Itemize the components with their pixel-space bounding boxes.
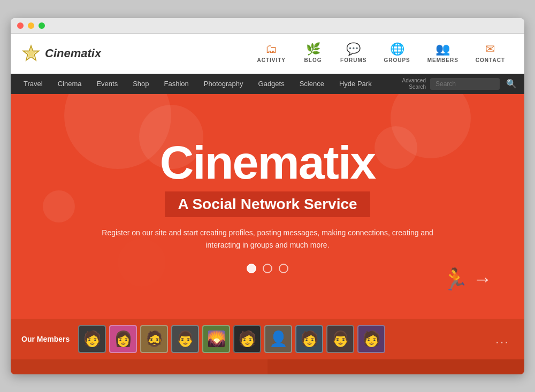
- members-more-button[interactable]: ...: [491, 332, 514, 347]
- member-avatar-6[interactable]: 🧑: [233, 325, 261, 353]
- member-avatar-2[interactable]: 👩: [109, 325, 137, 353]
- member-avatar-4[interactable]: 👨: [171, 325, 199, 353]
- members-strip: Our Members 🧑 👩 🧔 👨 🌄 🧑 👤 🧑 👨 🧑 ...: [11, 319, 524, 359]
- hero-subtitle-box: A Social Network Service: [165, 191, 370, 217]
- logo-text: Cinematix: [45, 47, 101, 60]
- blog-icon: 🌿: [306, 43, 320, 55]
- nav-shop[interactable]: Shop: [125, 74, 156, 94]
- member-avatar-7[interactable]: 👤: [264, 325, 292, 353]
- search-button[interactable]: 🔍: [504, 78, 519, 90]
- nav-gadgets[interactable]: Gadgets: [251, 74, 292, 94]
- dot-green[interactable]: [39, 22, 45, 29]
- hero-dot-1[interactable]: [247, 264, 256, 273]
- secondary-nav: Travel Cinema Events Shop Fashion Photog…: [11, 74, 524, 94]
- nav-members[interactable]: 👥 MEMBERS: [419, 39, 467, 67]
- nav-groups[interactable]: 🌐 GROUPS: [375, 39, 418, 67]
- nav-blog[interactable]: 🌿 BLOG: [294, 39, 332, 67]
- search-input[interactable]: [430, 78, 500, 90]
- members-label: MEMBERS: [427, 57, 458, 63]
- arrow-icon: →: [473, 268, 492, 290]
- footer-bar-right: [268, 359, 524, 374]
- groups-label: GROUPS: [384, 57, 410, 63]
- hero-title: Cinematix: [160, 139, 376, 186]
- nav-science[interactable]: Science: [292, 74, 332, 94]
- contact-icon: ✉: [485, 43, 495, 55]
- members-icon: 👥: [435, 43, 450, 55]
- member-avatar-9[interactable]: 👨: [326, 325, 354, 353]
- top-nav: 🗂 ACTIVITY 🌿 BLOG 💬 FORUMS 🌐 GROUPS 👥 ME…: [139, 39, 514, 67]
- sec-nav-items: Travel Cinema Events Shop Fashion Photog…: [16, 74, 402, 94]
- advanced-search-label[interactable]: AdvancedSearch: [402, 78, 426, 90]
- hero-description: Register on our site and start creating …: [102, 227, 433, 251]
- hero-dot-3[interactable]: [279, 264, 288, 273]
- members-section-label: Our Members: [21, 335, 70, 343]
- site-header: Cinematix 🗂 ACTIVITY 🌿 BLOG 💬 FORUMS 🌐 G…: [11, 34, 524, 74]
- activity-label: ACTIVITY: [257, 57, 286, 63]
- member-avatar-5[interactable]: 🌄: [202, 325, 230, 353]
- logo-area: Cinematix: [21, 44, 139, 63]
- run-icon: 🏃: [442, 267, 469, 292]
- nav-cinema[interactable]: Cinema: [50, 74, 89, 94]
- hero-dot-2[interactable]: [263, 264, 272, 273]
- dot-red[interactable]: [17, 22, 24, 29]
- hero-subtitle: A Social Network Service: [178, 196, 357, 213]
- hero-section: Cinematix A Social Network Service Regis…: [11, 94, 524, 319]
- blog-label: BLOG: [304, 57, 322, 63]
- nav-hydepark[interactable]: Hyde Park: [332, 74, 379, 94]
- hero-arrow[interactable]: 🏃 →: [442, 267, 492, 292]
- forums-label: FORUMS: [340, 57, 366, 63]
- member-avatar-1[interactable]: 🧑: [78, 325, 106, 353]
- activity-icon: 🗂: [265, 43, 277, 55]
- nav-fashion[interactable]: Fashion: [157, 74, 196, 94]
- member-avatar-8[interactable]: 🧑: [295, 325, 323, 353]
- nav-contact[interactable]: ✉ CONTACT: [467, 39, 514, 67]
- footer-bar: [11, 359, 524, 374]
- member-avatar-10[interactable]: 🧑: [357, 325, 385, 353]
- sec-nav-right: AdvancedSearch 🔍: [402, 78, 519, 90]
- footer-bar-left: [11, 359, 268, 374]
- forums-icon: 💬: [346, 43, 361, 55]
- contact-label: CONTACT: [476, 57, 505, 63]
- nav-forums[interactable]: 💬 FORUMS: [332, 39, 375, 67]
- member-avatar-3[interactable]: 🧔: [140, 325, 168, 353]
- groups-icon: 🌐: [390, 43, 404, 55]
- browser-chrome: [11, 18, 524, 34]
- nav-events[interactable]: Events: [89, 74, 125, 94]
- browser-window: Cinematix 🗂 ACTIVITY 🌿 BLOG 💬 FORUMS 🌐 G…: [11, 18, 524, 374]
- nav-photography[interactable]: Photography: [196, 74, 251, 94]
- logo-icon: [21, 44, 41, 63]
- members-avatars: 🧑 👩 🧔 👨 🌄 🧑 👤 🧑 👨 🧑: [78, 325, 483, 353]
- nav-activity[interactable]: 🗂 ACTIVITY: [248, 39, 294, 67]
- nav-travel[interactable]: Travel: [16, 74, 50, 94]
- dot-yellow[interactable]: [28, 22, 34, 29]
- hero-dots: [247, 264, 288, 273]
